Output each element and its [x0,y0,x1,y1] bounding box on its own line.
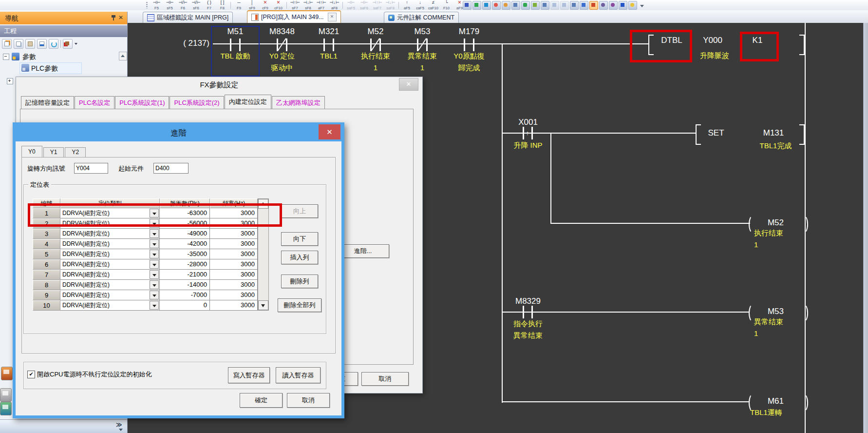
fx-advanced-button[interactable]: 進階... [337,244,389,258]
expand-chevron-icon[interactable]: ≫ [116,421,122,428]
positioning-type-cell[interactable]: DDRVA(絕對定位) [60,229,160,239]
ladder-symbol-button[interactable]: [ ] F8 [216,0,229,10]
dropdown-arrow-icon[interactable] [150,270,159,279]
ladder-symbol-button[interactable]: ⊣⊢ saF5 [344,0,358,10]
move-down-button[interactable]: 向下 [281,232,318,246]
dropdown-arrow-icon[interactable] [150,219,159,228]
toolbar-misc-icon[interactable] [619,1,627,10]
dropdown-arrow-icon[interactable] [150,250,159,258]
fx-settings-tab[interactable]: 記憶體容量設定 [21,96,74,109]
ladder-contact-cell[interactable]: M321 TBL1 [305,27,352,76]
ladder-contact-cell[interactable]: M52 执行结束 1 [352,27,399,76]
toolbar-misc-icon[interactable] [599,1,608,10]
frequency-cell[interactable]: 3000 [210,229,258,239]
toolbar-misc-icon[interactable] [570,1,579,10]
positioning-type-cell[interactable]: DDRVA(絕對定位) [60,259,160,270]
dropdown-arrow-icon[interactable] [150,291,159,299]
pulse-count-cell[interactable]: -63000 [160,208,210,218]
user-library-icon[interactable] [1,367,13,380]
project-section-header[interactable]: 工程 [0,25,127,37]
frequency-cell[interactable]: 3000 [210,259,258,270]
pulse-count-cell[interactable]: 0 [160,300,210,311]
ladder-contact-cell[interactable]: M51 TBL 啟動 [212,27,259,76]
write-register-button[interactable]: 寫入暫存器 [228,367,270,383]
ladder-contact-cell[interactable]: M53 異常结束 1 [399,27,446,76]
toolbar-misc-icon[interactable] [541,1,549,10]
dropdown-arrow-icon[interactable] [150,260,159,269]
ladder-symbol-button[interactable]: ✕ cF10 [272,0,285,10]
dropdown-arrow-icon[interactable] [150,209,159,217]
toolbar-misc-icon[interactable] [502,1,510,10]
m8329-device[interactable]: M8329 [504,296,552,307]
ladder-symbol-button[interactable]: ⊣↓⊢ saF8 [384,0,397,10]
set-device[interactable]: M131 [754,128,793,138]
copy-icon[interactable] [14,39,23,49]
tab-device-comment[interactable]: 元件註解 COMMENT [384,12,459,23]
ladder-symbol-button[interactable] [397,2,400,9]
ladder-symbol-button[interactable]: ↓ caF5 [414,0,427,10]
ladder-symbol-button[interactable]: ( ) F7 [203,0,216,10]
row-number-cell[interactable]: 2 [33,218,60,229]
fx-settings-tab[interactable]: PLC系統設定(2) [170,96,224,109]
ladder-symbol-button[interactable]: ⊣/⊢ F6 [176,0,189,10]
toolbar-misc-icon[interactable] [550,1,559,10]
row-number-cell[interactable]: 6 [33,259,60,270]
ladder-symbol-button[interactable]: ⊣↑⊢ aF7 [315,0,328,10]
tab-close-icon[interactable]: ✕ [328,13,337,21]
toolbar-misc-icon[interactable] [463,1,472,10]
dropdown-arrow-icon[interactable] [150,239,159,248]
dropdown-arrow-icon[interactable] [119,429,123,431]
toolbar-misc-icon[interactable] [531,1,540,10]
ladder-symbol-button[interactable]: ⊣↓⊢ aF8 [328,0,341,10]
editor-vertical-scrollbar[interactable] [863,23,868,433]
fx-settings-tab[interactable]: 內建定位設定 [225,95,271,109]
tab-y1[interactable]: Y1 [43,147,64,157]
toolbar-misc-icon[interactable] [482,1,491,10]
data-info-icon[interactable] [37,39,47,49]
fx-settings-tab[interactable]: PLC名設定 [75,96,114,109]
dtbl-operand1[interactable]: Y000 [696,35,730,46]
fx-settings-tab[interactable]: PLC系統設定(1) [115,96,169,109]
ladder-symbol-button[interactable]: ⊣⊢ sF5 [163,0,176,10]
m53-coil-device[interactable]: M53 [755,306,796,317]
pulse-count-cell[interactable]: -28000 [160,259,210,270]
toolbar-misc-icon[interactable] [521,1,530,10]
set-op[interactable]: SET [701,128,731,138]
ladder-symbol-button[interactable]: ⊣↑⊢ sF7 [288,0,302,10]
connection-destination-icon[interactable] [0,388,12,402]
frequency-cell[interactable]: 3000 [210,290,258,300]
ladder-symbol-button[interactable]: └ F10 [440,0,453,10]
frequency-cell[interactable]: 3000 [210,249,258,259]
fx-cancel-button[interactable]: 取消 [361,372,409,386]
frequency-cell[interactable]: 3000 [210,270,258,280]
tree-expand-box[interactable] [7,78,13,84]
delete-row-button[interactable]: 刪除列 [281,275,318,288]
monitor-icon[interactable] [0,402,12,415]
tab-program-write[interactable]: [PRG]寫入 MAIN 349... ✕ [247,10,341,23]
ladder-symbol-button[interactable]: ─ F9 [232,0,245,10]
ladder-symbol-button[interactable]: ✕ cF9 [259,0,272,10]
positioning-type-cell[interactable]: DDRVA(絕對定位) [60,218,160,229]
close-icon[interactable]: ✕ [118,14,123,21]
dropdown-arrow-icon[interactable] [150,301,159,310]
ladder-contact-cell[interactable]: M179 Y0原點復 歸完成 [446,27,492,76]
ladder-symbol-button[interactable] [285,2,288,9]
ladder-symbol-button[interactable]: ⊣/⊢ sF6 [189,0,203,10]
toolbar-misc-icon[interactable] [628,1,637,10]
ladder-symbol-button[interactable]: ≠ caF10 [427,0,440,10]
positioning-type-cell[interactable]: DDRVA(絕對定位) [60,249,160,259]
pulse-count-cell[interactable]: -42000 [160,239,210,249]
pulse-count-cell[interactable]: -14000 [160,280,210,290]
frequency-cell[interactable]: 3000 [210,218,258,229]
m52-coil-device[interactable]: M52 [755,217,796,228]
dropdown-arrow-icon[interactable] [75,43,77,45]
row-number-cell[interactable]: 7 [33,270,60,280]
frequency-cell[interactable]: 3000 [210,300,258,311]
ok-button[interactable]: 確定 [240,393,283,408]
project-tool-icon[interactable] [63,39,73,49]
frequency-cell[interactable]: 3000 [210,280,258,290]
positioning-type-cell[interactable]: DDRVA(絕對定位) [60,290,160,300]
move-up-button[interactable]: 向上 [281,204,318,218]
toolbar-misc-icon[interactable] [511,1,520,10]
init-option-checkbox[interactable]: ✔ [27,371,35,378]
